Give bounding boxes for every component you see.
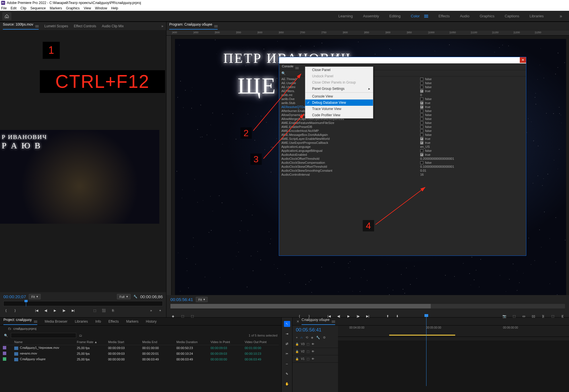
in-bracket-icon[interactable]: |{ [560, 314, 565, 319]
col-video-in-point[interactable]: Video In Point [211, 340, 245, 344]
tab-source-100fps-mov[interactable]: Source: 100fps.mov [3, 22, 39, 30]
source-fit-dropdown[interactable]: Fit ▾ [29, 294, 41, 299]
console-value-row[interactable]: false [418, 125, 526, 129]
console-value-row[interactable]: 0.01 [418, 169, 526, 173]
source-zoom-dropdown[interactable]: Full ▾ [117, 294, 131, 299]
console-key[interactable]: AudioAsioEnabled [279, 153, 418, 157]
workspace-effects[interactable]: Effects [438, 14, 450, 18]
checkbox[interactable] [420, 153, 423, 156]
mark-in-button[interactable]: { [3, 308, 9, 313]
step-fwd-button[interactable]: |▶ [356, 314, 361, 319]
add-marker-button[interactable]: ◈ [170, 314, 176, 319]
console-value-row[interactable]: false [418, 161, 526, 165]
menu-sequence[interactable]: Sequence [30, 6, 46, 10]
menu-markers[interactable]: Markers [50, 6, 62, 10]
program-zoom-bar[interactable] [170, 309, 565, 310]
menu-edit[interactable]: Edit [11, 6, 17, 10]
plus-icon[interactable]: + [158, 308, 163, 313]
console-key[interactable]: AME.EnableFeatureMaximumFileSize [279, 121, 418, 125]
checkbox[interactable] [420, 105, 423, 109]
console-value-row[interactable]: false [418, 113, 526, 117]
tab-effects[interactable]: Effects [108, 320, 119, 323]
tab-info[interactable]: Info [95, 320, 101, 323]
eye-icon[interactable]: 👁 [312, 357, 314, 360]
source-timecode-in[interactable]: 00:00:20;07 [3, 294, 26, 299]
selection-tool[interactable]: ↖ [284, 321, 290, 327]
checkbox[interactable] [420, 90, 423, 93]
checkbox[interactable] [420, 101, 423, 105]
program-scrubber[interactable] [170, 304, 565, 308]
col-media-duration[interactable]: Media Duration [176, 340, 211, 344]
link-icon[interactable]: ⟲ [306, 336, 308, 339]
checkbox[interactable] [420, 141, 423, 144]
console-value-row[interactable]: false [418, 77, 526, 81]
menu-graphics[interactable]: Graphics [66, 6, 80, 10]
toggle-output-icon[interactable]: ⬚ [307, 350, 309, 353]
pen-tool[interactable]: ✎ [284, 371, 290, 377]
console-value-row[interactable]: false [418, 85, 526, 89]
track-header-v2[interactable]: 🔒V2⬚👁 [292, 348, 338, 355]
lift-button[interactable]: ⬆ [385, 314, 390, 319]
panel-menu-icon[interactable] [34, 321, 37, 323]
console-key[interactable]: ApplicationLanguageBilingual [279, 149, 418, 153]
label-swatch[interactable] [3, 357, 14, 361]
wrench-icon[interactable]: 🔧 [316, 336, 320, 339]
menu-view[interactable]: View [84, 6, 91, 10]
console-value-row[interactable]: false [418, 133, 526, 137]
checkbox[interactable] [420, 86, 423, 89]
checkbox[interactable] [420, 149, 423, 152]
console-key[interactable]: AME.ScriptLayer.EnableNewWorld [279, 137, 418, 141]
checkbox[interactable] [420, 161, 423, 164]
console-key[interactable]: AudioClockOffsetThreshold [279, 157, 418, 161]
menu-item-panel-group-settings[interactable]: Panel Group Settings [305, 86, 373, 92]
ripple-tool[interactable]: ⇄ [284, 341, 290, 347]
panel-menu-icon[interactable] [35, 25, 39, 27]
settings-icon[interactable]: ⚙ [323, 336, 326, 339]
col-name[interactable]: Name [14, 340, 77, 344]
play-button[interactable]: ▶ [346, 314, 351, 319]
console-value-row[interactable]: false [418, 81, 526, 85]
mark-out-bracket[interactable]: } [307, 314, 312, 319]
home-button[interactable] [2, 12, 11, 20]
wrench-icon[interactable]: 🔧 [133, 295, 137, 298]
console-key[interactable]: AME.MessageBox.DontAskAgain [279, 133, 418, 137]
console-value-row[interactable]: false [418, 129, 526, 133]
close-tab-icon[interactable]: ✕ [296, 320, 299, 323]
checkbox[interactable] [420, 78, 423, 81]
checkbox[interactable] [420, 117, 423, 121]
lock-icon[interactable]: 🔒 [295, 350, 299, 353]
tab-sequence[interactable]: Слайдшоу общее [302, 318, 335, 325]
tab-media-browser[interactable]: Media Browser [45, 320, 67, 323]
project-list[interactable]: NameFrame Rate ▲Media StartMedia EndMedi… [0, 339, 281, 392]
step-back-button[interactable]: ◀| [43, 308, 48, 313]
project-columns[interactable]: NameFrame Rate ▲Media StartMedia EndMedi… [3, 339, 279, 345]
program-timecode[interactable]: 00:05:56:41 [170, 297, 193, 302]
label-swatch[interactable] [3, 346, 14, 350]
close-button[interactable]: ✕ [520, 57, 526, 63]
compare-icon[interactable]: ▯▯ [531, 314, 536, 319]
mark-in-button[interactable]: ⬚ [180, 314, 185, 319]
workspace-libraries[interactable]: Libraries [529, 14, 544, 18]
track-header-v1[interactable]: 🔒V1⬚👁 [292, 355, 338, 363]
overflow-icon[interactable]: » [161, 24, 163, 28]
console-value-row[interactable]: true [418, 137, 526, 141]
export-frame-button[interactable]: ⎘ [110, 308, 116, 313]
project-row[interactable]: начало.mov25,00 fps00:00:09:0300:00:20:0… [3, 351, 279, 356]
workspace-assembly[interactable]: Assembly [363, 14, 379, 18]
menu-item-trace-volume-view[interactable]: Trace Volume View [305, 106, 373, 112]
proxy-icon[interactable]: ▭ [521, 314, 526, 319]
console-values-list[interactable]: falsefalsefalsetrue0falsetruetruefalsefa… [418, 76, 526, 256]
razor-tool[interactable]: ✂ [284, 351, 290, 357]
lock-icon[interactable]: 🔒 [295, 357, 299, 360]
step-back-button[interactable]: ◀| [336, 314, 341, 319]
menu-item-close-panel[interactable]: Close Panel [305, 67, 373, 73]
slip-tool[interactable]: ↔ [284, 361, 290, 367]
checkbox[interactable] [420, 113, 423, 117]
crop-icon[interactable]: ⬚ [550, 314, 555, 319]
checkbox[interactable] [420, 82, 423, 85]
chevron-right-icon[interactable]: » [149, 308, 154, 313]
mark-out-button[interactable]: } [13, 308, 18, 313]
console-value-row[interactable]: en_US [418, 145, 526, 149]
hand-tool[interactable]: ✋ [284, 381, 290, 387]
project-search-input[interactable] [11, 333, 76, 338]
